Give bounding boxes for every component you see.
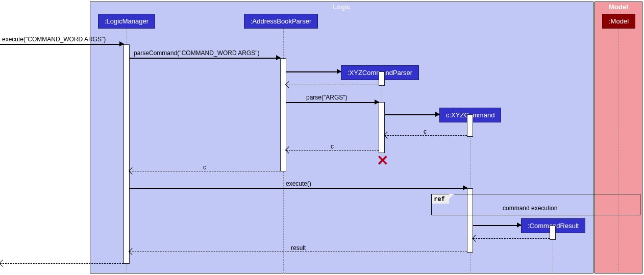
arrow-m1 bbox=[0, 44, 123, 45]
lifeline-model bbox=[618, 29, 618, 273]
arrow-create-xc bbox=[385, 114, 439, 115]
arrow-m7 bbox=[130, 188, 467, 189]
arrowhead-create-cr bbox=[517, 222, 522, 228]
arrow-m6 bbox=[130, 171, 280, 171]
arrowhead-final-return bbox=[0, 260, 6, 267]
activation-command-result bbox=[550, 226, 556, 240]
model-region bbox=[595, 2, 642, 273]
arrow-m3 bbox=[286, 102, 379, 103]
msg-m7: execute() bbox=[286, 180, 311, 187]
msg-m3: parse("ARGS") bbox=[306, 94, 348, 101]
msg-m1: execute("COMMAND_WORD ARGS") bbox=[2, 36, 106, 43]
msg-m6: c bbox=[203, 164, 206, 171]
arrowhead-create-xc bbox=[435, 112, 440, 117]
arrowhead-m2 bbox=[276, 55, 281, 60]
destroy-xyzcommand-parser: ✕ bbox=[377, 152, 388, 169]
logic-region bbox=[90, 2, 593, 273]
arrow-final-return bbox=[0, 263, 123, 264]
participant-logic-manager: :LogicManager bbox=[98, 14, 155, 29]
arrow-m4 bbox=[385, 135, 467, 136]
arrowhead-m3 bbox=[375, 99, 379, 105]
activation-addressbook-parser bbox=[280, 58, 286, 171]
activation-logic-manager bbox=[123, 44, 130, 264]
logic-region-label: Logic bbox=[90, 3, 593, 11]
arrow-create-xcp bbox=[286, 71, 341, 72]
arrow-m2 bbox=[130, 58, 280, 59]
sequence-diagram: Logic Model :LogicManager :AddressBookPa… bbox=[0, 0, 644, 275]
participant-addressbook-parser: :AddressBookParser bbox=[244, 14, 318, 29]
arrow-m5 bbox=[286, 150, 379, 151]
participant-model: :Model bbox=[602, 14, 635, 29]
arrow-return-xcp bbox=[286, 85, 379, 85]
ref-label: ref bbox=[431, 194, 449, 204]
msg-m9: result bbox=[291, 244, 306, 252]
arrow-m9 bbox=[130, 252, 467, 252]
msg-m4: c bbox=[424, 128, 427, 135]
msg-m8: command execution bbox=[503, 205, 557, 212]
activation-xyzcommand-parser-2 bbox=[379, 102, 385, 153]
msg-m2: parseCommand("COMMAND_WORD ARGS") bbox=[134, 49, 260, 57]
activation-xyzcommand-parser-1 bbox=[379, 71, 385, 86]
msg-m5: c bbox=[331, 143, 334, 150]
arrow-return-cr bbox=[473, 238, 550, 239]
arrowhead-create-xcp bbox=[337, 69, 341, 74]
model-region-label: Model bbox=[595, 3, 642, 11]
arrow-create-cr bbox=[473, 225, 521, 226]
arrowhead-m1 bbox=[119, 41, 124, 46]
arrowhead-m7 bbox=[463, 185, 467, 190]
activation-xyzcommand-1 bbox=[467, 114, 473, 137]
